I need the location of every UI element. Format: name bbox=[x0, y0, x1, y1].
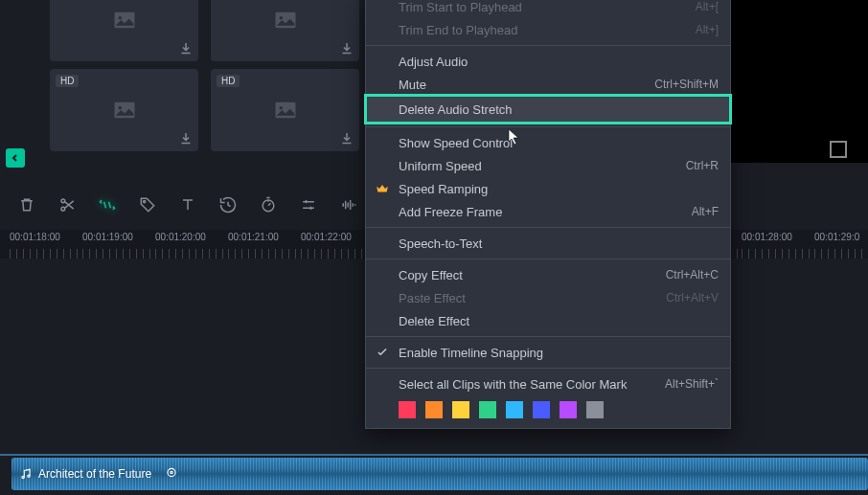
menu-item[interactable]: Speech-to-Text bbox=[366, 232, 730, 255]
menu-item-label: Delete Audio Stretch bbox=[399, 102, 513, 117]
color-swatch[interactable] bbox=[452, 401, 469, 418]
menu-item: Trim Start to PlayheadAlt+[ bbox=[366, 0, 730, 18]
download-icon[interactable] bbox=[177, 130, 194, 147]
media-thumb[interactable] bbox=[50, 0, 198, 61]
menu-shortcut: Ctrl+Alt+C bbox=[666, 268, 719, 281]
ruler-time: 00:01:21:00 bbox=[228, 232, 279, 242]
download-icon[interactable] bbox=[338, 130, 355, 147]
svg-point-11 bbox=[263, 200, 274, 212]
media-thumb[interactable]: HD bbox=[50, 69, 198, 151]
back-button[interactable] bbox=[6, 148, 25, 168]
menu-item-label: Mute bbox=[399, 78, 426, 92]
menu-item[interactable]: Select all Clips with the Same Color Mar… bbox=[366, 372, 730, 395]
history-icon[interactable] bbox=[218, 195, 238, 214]
menu-item[interactable]: Show Speed Control bbox=[366, 131, 730, 154]
media-panel: HD HD bbox=[36, 0, 364, 158]
aspect-ratio-icon[interactable] bbox=[830, 141, 847, 158]
menu-item[interactable]: Add Freeze FrameAlt+F bbox=[366, 200, 730, 223]
media-thumb[interactable]: HD bbox=[211, 69, 359, 151]
download-icon[interactable] bbox=[177, 40, 194, 57]
menu-item-label: Speed Ramping bbox=[399, 182, 488, 196]
svg-point-12 bbox=[22, 476, 24, 478]
menu-item[interactable]: Adjust Audio bbox=[366, 50, 730, 73]
svg-point-9 bbox=[61, 199, 65, 203]
media-thumb[interactable] bbox=[211, 0, 359, 61]
color-swatch[interactable] bbox=[479, 401, 496, 418]
menu-separator bbox=[366, 126, 730, 127]
menu-item[interactable]: MuteCtrl+Shift+M bbox=[366, 73, 730, 96]
timeline-toolbar bbox=[17, 191, 362, 218]
menu-item-label: Trim End to Playhead bbox=[399, 23, 518, 37]
menu-shortcut: Alt+Shift+` bbox=[665, 377, 719, 391]
menu-shortcut: Alt+] bbox=[696, 23, 719, 36]
tag-icon[interactable] bbox=[138, 195, 157, 214]
color-swatch[interactable] bbox=[560, 401, 577, 418]
scissors-icon[interactable] bbox=[57, 195, 77, 214]
menu-item[interactable]: Delete Effect bbox=[366, 309, 730, 332]
menu-item-label: Uniform Speed bbox=[399, 159, 482, 173]
sliders-icon[interactable] bbox=[299, 195, 318, 214]
mouse-cursor-icon bbox=[508, 128, 521, 146]
color-swatch[interactable] bbox=[399, 401, 416, 418]
context-menu: Trim Start to PlayheadAlt+[Trim End to P… bbox=[365, 0, 731, 429]
delete-icon[interactable] bbox=[17, 195, 36, 214]
ruler-time: 00:01:22:00 bbox=[301, 232, 352, 242]
menu-item-label: Paste Effect bbox=[399, 291, 466, 305]
svg-point-10 bbox=[144, 201, 146, 203]
color-swatch[interactable] bbox=[506, 401, 523, 418]
menu-separator bbox=[366, 259, 730, 259]
svg-point-3 bbox=[279, 16, 283, 20]
menu-item[interactable]: Copy EffectCtrl+Alt+C bbox=[366, 263, 730, 286]
effect-marker-icon bbox=[165, 466, 178, 483]
menu-shortcut: Alt+[ bbox=[696, 0, 719, 13]
menu-item: Trim End to PlayheadAlt+] bbox=[366, 18, 730, 41]
menu-separator bbox=[366, 368, 730, 369]
download-icon[interactable] bbox=[338, 40, 355, 57]
menu-separator bbox=[366, 227, 730, 228]
hd-badge: HD bbox=[217, 75, 240, 87]
menu-item[interactable]: Delete Audio Stretch bbox=[366, 96, 730, 123]
text-icon[interactable] bbox=[178, 195, 197, 214]
track-separator bbox=[0, 454, 868, 456]
ruler-time: 00:01:20:00 bbox=[155, 232, 206, 242]
color-swatch[interactable] bbox=[533, 401, 550, 418]
svg-point-5 bbox=[118, 106, 122, 110]
menu-item[interactable]: Speed Ramping bbox=[366, 177, 730, 200]
audio-clip[interactable]: Architect of the Future bbox=[11, 458, 868, 490]
menu-shortcut: Alt+F bbox=[692, 205, 719, 218]
waveform-icon[interactable] bbox=[339, 195, 358, 214]
menu-separator bbox=[366, 336, 730, 337]
color-mark-row bbox=[366, 395, 730, 424]
menu-item-label: Select all Clips with the Same Color Mar… bbox=[399, 377, 627, 392]
ruler-time: 00:01:28:00 bbox=[742, 232, 792, 242]
menu-item-label: Copy Effect bbox=[399, 268, 463, 282]
color-swatch[interactable] bbox=[586, 401, 604, 418]
image-icon bbox=[272, 7, 299, 34]
menu-item-label: Delete Effect bbox=[399, 314, 469, 328]
svg-point-14 bbox=[168, 468, 175, 476]
image-icon bbox=[111, 7, 138, 34]
ruler-time: 00:01:29:0 bbox=[814, 232, 859, 242]
image-icon bbox=[111, 97, 138, 124]
menu-item-label: Trim Start to Playhead bbox=[399, 0, 522, 14]
menu-separator bbox=[366, 45, 730, 46]
svg-point-1 bbox=[118, 16, 122, 20]
menu-shortcut: Ctrl+Alt+V bbox=[666, 291, 719, 304]
check-icon bbox=[376, 346, 389, 359]
preview-panel bbox=[728, 0, 868, 163]
menu-item[interactable]: Enable Timeline Snapping bbox=[366, 341, 730, 364]
svg-point-7 bbox=[279, 106, 283, 110]
menu-item-label: Speech-to-Text bbox=[399, 236, 482, 251]
ruler-time: 00:01:18:00 bbox=[10, 232, 60, 242]
color-swatch[interactable] bbox=[425, 401, 443, 418]
hd-badge: HD bbox=[56, 75, 79, 87]
menu-item-label: Show Speed Control bbox=[399, 136, 513, 150]
menu-item[interactable]: Uniform SpeedCtrl+R bbox=[366, 154, 730, 177]
audio-stretch-icon[interactable] bbox=[98, 195, 117, 214]
image-icon bbox=[272, 97, 299, 124]
music-note-icon bbox=[19, 467, 33, 481]
stopwatch-icon[interactable] bbox=[259, 195, 278, 214]
crown-icon bbox=[376, 182, 389, 195]
svg-point-13 bbox=[28, 475, 30, 477]
menu-shortcut: Ctrl+R bbox=[686, 159, 719, 172]
